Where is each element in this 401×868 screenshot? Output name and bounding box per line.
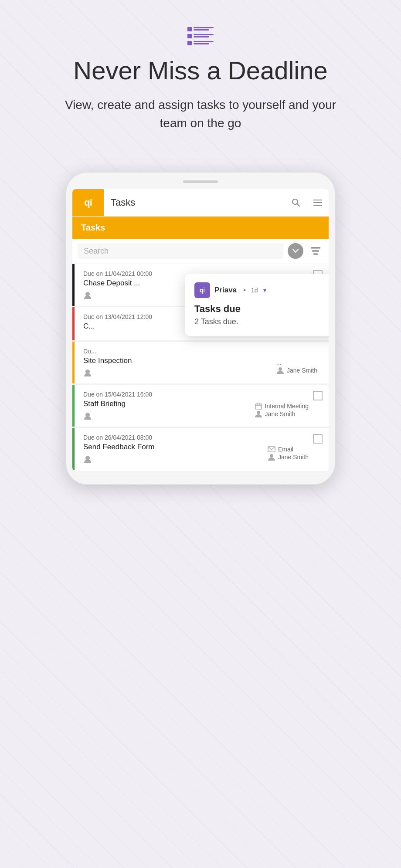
user-icon: [83, 369, 92, 377]
hero-section: Never Miss a Deadline View, create and a…: [0, 0, 401, 172]
phone-outer: qi Tasks: [65, 172, 336, 485]
app-logo: qi: [72, 189, 104, 216]
task-name: Chase Deposit ...: [83, 279, 140, 288]
notification-popup: qi Priava • 1d ▾ Tasks due 2 Tasks due.: [185, 274, 329, 336]
tasks-tab-label: Tasks: [81, 223, 105, 232]
notification-chevron-icon[interactable]: ▾: [263, 287, 266, 294]
svg-rect-2: [194, 29, 209, 31]
assignee-icon: [255, 410, 262, 418]
search-input-wrapper[interactable]: Search: [78, 243, 283, 259]
hero-subtitle: View, create and assign tasks to yoursel…: [52, 96, 349, 132]
task-assignee: Jane Smith: [255, 410, 309, 418]
assignee-icon: [276, 366, 284, 374]
task-name: Send Feedback Form: [83, 443, 154, 451]
phone-screen: qi Tasks: [72, 189, 329, 471]
filter-button[interactable]: [308, 243, 323, 259]
svg-point-26: [257, 411, 260, 414]
svg-rect-7: [194, 41, 214, 42]
svg-rect-4: [194, 34, 214, 35]
task-due-date: Du...: [83, 348, 322, 355]
phone-mockup: qi Tasks: [0, 172, 401, 502]
task-assignee: Jane Smith: [268, 453, 309, 461]
task-name: Site Inspection: [83, 356, 132, 365]
app-logo-text: qi: [84, 197, 92, 208]
filter-icon: [310, 246, 321, 256]
task-name: Staff Briefing: [83, 400, 126, 408]
task-type: Internal Meeting: [255, 402, 309, 410]
svg-rect-5: [194, 36, 209, 37]
task-assignee-row: [83, 369, 132, 377]
chevron-down-icon: [292, 249, 299, 253]
svg-line-10: [297, 203, 300, 206]
notification-body: 2 Tasks due.: [194, 317, 329, 326]
task-checkbox[interactable]: [313, 391, 323, 400]
search-dropdown-button[interactable]: [288, 243, 303, 259]
hero-icon: [26, 26, 375, 47]
user-icon: [83, 291, 92, 300]
svg-rect-3: [187, 34, 192, 38]
assignee-icon: [268, 453, 275, 461]
task-card[interactable]: Du... Site Inspection: [72, 342, 329, 383]
svg-rect-1: [194, 27, 214, 28]
notification-app-logo: qi: [194, 282, 210, 298]
svg-rect-0: [187, 27, 192, 31]
menu-icon-button[interactable]: [307, 189, 329, 216]
search-placeholder: Search: [84, 247, 109, 255]
task-assignee-row: [83, 455, 154, 464]
task-type: ...: [276, 359, 317, 366]
app-header: qi Tasks: [72, 189, 329, 217]
email-icon: [268, 445, 275, 453]
task-due-date: Due on 26/04/2021 08:00: [83, 434, 322, 441]
svg-rect-8: [194, 43, 209, 44]
task-type: Email: [268, 445, 309, 453]
svg-point-29: [270, 454, 273, 458]
task-card[interactable]: Due on 15/04/2021 16:00 Staff Briefing: [72, 385, 329, 427]
task-due-date: Due on 15/04/2021 16:00: [83, 391, 322, 398]
notification-header: qi Priava • 1d ▾: [194, 282, 329, 298]
notification-app-name: Priava: [214, 286, 237, 295]
tasks-tab-bar[interactable]: Tasks: [72, 217, 329, 239]
svg-rect-6: [187, 41, 192, 45]
search-icon-button[interactable]: [285, 189, 307, 216]
search-bar: Search: [72, 239, 329, 264]
hero-title: Never Miss a Deadline: [26, 56, 375, 85]
notification-time: 1d: [251, 287, 258, 294]
notification-title: Tasks due: [194, 303, 329, 315]
notification-logo-text: qi: [200, 287, 205, 294]
task-assignee: Jane Smith: [276, 366, 317, 374]
task-assignee-row: [83, 412, 126, 420]
user-icon: [83, 412, 92, 420]
menu-icon: [313, 197, 323, 208]
meeting-icon: [255, 402, 262, 410]
phone-speaker: [183, 180, 218, 183]
app-header-title: Tasks: [104, 197, 285, 208]
task-checkbox[interactable]: [313, 434, 323, 444]
search-icon: [291, 197, 301, 208]
task-assignee-row: [83, 291, 140, 300]
user-icon: [83, 455, 92, 464]
svg-rect-22: [255, 404, 262, 409]
task-card[interactable]: Due on 26/04/2021 08:00 Send Feedback Fo…: [72, 428, 329, 470]
svg-point-20: [279, 367, 282, 371]
